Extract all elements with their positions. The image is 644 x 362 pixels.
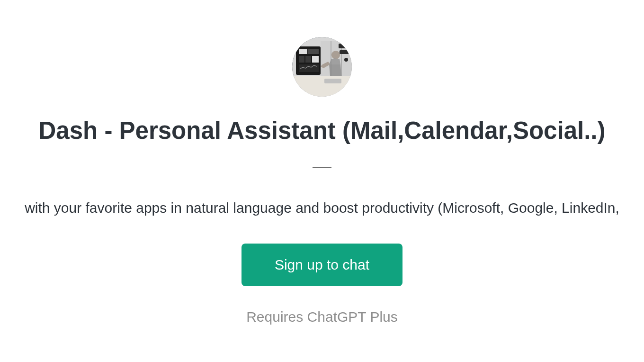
gpt-avatar xyxy=(292,37,352,97)
svg-rect-6 xyxy=(305,56,311,63)
svg-rect-5 xyxy=(299,56,304,63)
signup-button[interactable]: Sign up to chat xyxy=(242,244,402,286)
svg-rect-7 xyxy=(312,56,319,63)
gpt-description: with your favorite apps in natural langu… xyxy=(25,198,619,218)
svg-point-17 xyxy=(344,58,348,62)
gpt-title: Dash - Personal Assistant (Mail,Calendar… xyxy=(39,116,606,146)
svg-rect-16 xyxy=(340,50,349,54)
divider xyxy=(313,167,331,168)
svg-rect-11 xyxy=(324,79,341,83)
svg-rect-4 xyxy=(308,49,319,54)
svg-rect-10 xyxy=(292,76,352,97)
svg-rect-3 xyxy=(299,49,307,54)
svg-rect-15 xyxy=(339,44,349,48)
requires-plus-label: Requires ChatGPT Plus xyxy=(246,309,398,325)
main-container: Dash - Personal Assistant (Mail,Calendar… xyxy=(0,0,644,325)
